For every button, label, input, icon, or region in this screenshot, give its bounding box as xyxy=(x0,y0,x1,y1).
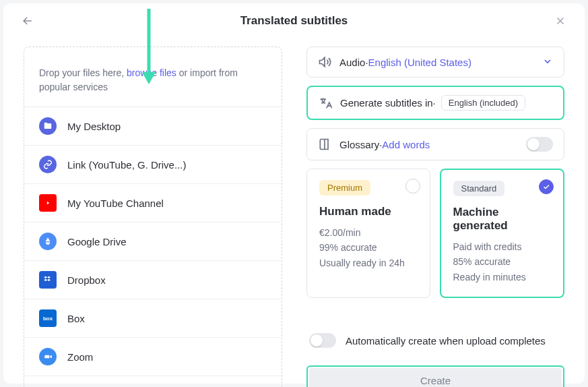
service-label: Link (YouTube, G. Drive...) xyxy=(67,159,186,171)
plan-human-made[interactable]: Premium Human made €2.00/min 99% accurat… xyxy=(306,169,430,298)
service-label: My Desktop xyxy=(67,121,121,132)
service-label: Dropbox xyxy=(67,274,106,286)
service-link[interactable]: Link (YouTube, G. Drive...) xyxy=(24,146,282,184)
plan-radio-selected[interactable] xyxy=(539,179,554,194)
auto-create-label: Automatically create when upload complet… xyxy=(346,335,546,347)
service-dropbox[interactable]: Dropbox xyxy=(24,261,282,299)
add-words-link[interactable]: Add words xyxy=(382,139,430,150)
browse-files-link[interactable]: browse files xyxy=(127,67,176,78)
audio-icon xyxy=(318,55,331,69)
standard-badge: Standard xyxy=(453,181,505,196)
glossary-toggle[interactable] xyxy=(526,137,553,152)
service-box[interactable]: box Box xyxy=(24,299,282,338)
services-list[interactable]: My Desktop Link (YouTube, G. Drive...) M… xyxy=(24,107,282,387)
plan-machine-generated[interactable]: Standard Machine generated Paid with cre… xyxy=(440,169,565,298)
chevron-down-icon xyxy=(542,56,553,69)
folder-icon xyxy=(39,117,57,135)
drop-instruction: Drop your files here, browse files or im… xyxy=(24,47,282,107)
glossary-row[interactable]: Glossary · Add words xyxy=(306,128,564,160)
audio-language-value: English (United States) xyxy=(368,57,471,68)
youtube-icon xyxy=(39,194,57,212)
service-label: Google Drive xyxy=(67,236,127,247)
service-my-desktop[interactable]: My Desktop xyxy=(24,107,282,146)
translate-icon xyxy=(319,96,332,110)
service-label: Zoom xyxy=(67,351,93,363)
audio-language-row[interactable]: Audio · English (United States) xyxy=(306,47,564,78)
zoom-icon xyxy=(39,348,57,365)
generate-subtitles-row[interactable]: Generate subtitles in · English (include… xyxy=(308,87,563,119)
file-drop-panel[interactable]: Drop your files here, browse files or im… xyxy=(24,47,282,387)
service-youtube[interactable]: My YouTube Channel xyxy=(24,184,282,222)
close-button[interactable] xyxy=(552,13,568,29)
service-label: Box xyxy=(67,313,85,324)
premium-badge: Premium xyxy=(319,180,370,196)
back-button[interactable] xyxy=(20,13,36,29)
service-zoom[interactable]: Zoom xyxy=(24,338,282,376)
plan-radio-unselected[interactable] xyxy=(405,179,420,194)
page-title: Translated subtitles xyxy=(240,14,348,28)
auto-create-toggle[interactable] xyxy=(309,333,336,348)
svg-rect-1 xyxy=(44,355,49,359)
dropbox-icon xyxy=(39,271,57,289)
create-button[interactable]: Create xyxy=(309,368,562,387)
plan-title: Machine generated xyxy=(453,206,552,233)
service-label: My YouTube Channel xyxy=(67,198,164,209)
link-icon xyxy=(39,156,57,173)
gdrive-icon xyxy=(39,233,57,250)
plan-title: Human made xyxy=(319,205,418,218)
box-icon: box xyxy=(39,309,57,327)
book-icon xyxy=(318,138,331,151)
target-language-pill[interactable]: English (included) xyxy=(441,95,525,111)
service-google-drive[interactable]: Google Drive xyxy=(24,222,282,261)
